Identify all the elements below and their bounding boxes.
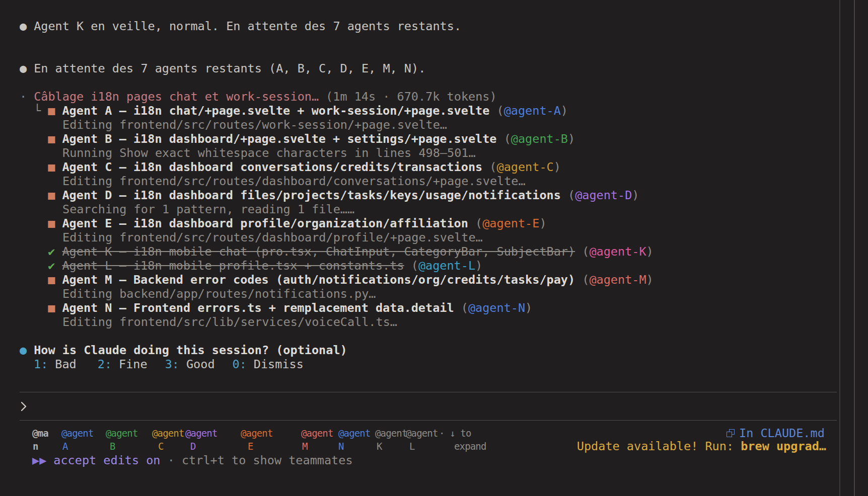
mention-chip-agent-k[interactable]: @agentK — [375, 427, 407, 453]
bullet-icon: ● — [20, 19, 27, 33]
task-title: Câblage i18n pages chat et work-session… — [34, 90, 319, 104]
agent-mention[interactable]: @agent-B — [511, 132, 568, 146]
claude-md-indicator[interactable]: In CLAUDE.md — [727, 427, 825, 440]
bullet-icon: ● — [20, 343, 27, 357]
mention-chip-agent-l[interactable]: @agentL — [406, 427, 438, 453]
feedback-option-bad[interactable]: 1:Bad — [34, 357, 77, 371]
mention-chip-agent-c[interactable]: @agentC — [152, 427, 184, 453]
prompt-chevron-icon — [20, 400, 28, 412]
chip-text: @agent — [106, 427, 138, 440]
agent-mention[interactable]: @agent-M — [589, 273, 646, 287]
paren-open: ( — [468, 216, 482, 230]
spinner-dot-icon: · — [20, 90, 27, 104]
task-meta: (1m 14s · 670.7k tokens) — [326, 90, 497, 104]
option-label: Dismiss — [254, 357, 304, 371]
chip-text: @agent — [406, 427, 438, 440]
expand-hint[interactable]: · ↓ toexpand — [439, 427, 486, 453]
option-key: 1: — [34, 357, 48, 371]
tree-branch-icon — [34, 188, 48, 202]
option-label: Good — [186, 357, 215, 371]
status-bar: @man @agentA @agentB @agentC @agentD @ag… — [0, 427, 868, 496]
mention-chip-agent-b[interactable]: @agentB — [106, 427, 138, 453]
option-key: 3: — [165, 357, 179, 371]
agent-title: Agent N — Frontend errors.ts + remplacem… — [62, 301, 454, 315]
chip-letter: K — [375, 440, 407, 453]
mention-chip-agent-e[interactable]: @agentE — [241, 427, 273, 453]
terminal-output: ●Agent K en veille, normal. En attente d… — [0, 0, 839, 421]
agent-row: └ ■Agent A — i18n chat/+page.svelte + wo… — [20, 104, 837, 118]
tree-branch-icon — [34, 132, 48, 146]
prompt-input[interactable] — [20, 392, 837, 421]
option-key: 2: — [98, 357, 112, 371]
feedback-option-dismiss[interactable]: 0:Dismiss — [233, 357, 304, 371]
agent-title: Agent K — i18n mobile chat (pro.tsx, Cha… — [62, 244, 575, 259]
mention-chip-agent-a[interactable]: @agentA — [61, 427, 94, 453]
chip-letter: N — [338, 440, 371, 453]
agent-status-square-icon: ■ — [48, 132, 55, 146]
agent-activity: Editing frontend/src/routes/dashboard/co… — [20, 174, 837, 188]
agent-title: Agent L — i18n mobile profile.tsx + cons… — [62, 259, 404, 273]
agent-row: ■Agent D — i18n dashboard files/projects… — [20, 188, 837, 202]
agent-mention[interactable]: @agent-L — [418, 259, 475, 273]
agent-title: Agent E — i18n dashboard profile/organiz… — [62, 216, 468, 230]
agent-mention[interactable]: @agent-K — [589, 244, 646, 259]
paren-open: ( — [575, 244, 589, 259]
claude-md-label: In CLAUDE.md — [739, 427, 825, 440]
tree-branch-icon — [34, 160, 48, 174]
chip-letter: B — [106, 440, 138, 453]
agent-mention[interactable]: @agent-A — [504, 104, 561, 118]
update-notice[interactable]: Update available! Run: brew upgrad… — [577, 440, 826, 453]
agent-row: ■Agent B — i18n dashboard/+page.svelte +… — [20, 132, 837, 146]
feedback-question-text: How is Claude doing this session? (optio… — [34, 343, 347, 357]
tree-branch-icon — [34, 273, 48, 287]
feedback-option-fine[interactable]: 2:Fine — [98, 357, 148, 371]
agent-status-square-icon: ■ — [48, 273, 55, 287]
chip-text: @agent — [152, 427, 184, 440]
chip-text: @agent — [185, 427, 218, 440]
mention-chip-agent-n[interactable]: @agentN — [338, 427, 371, 453]
tree-branch-icon — [34, 244, 48, 259]
tree-branch-icon: └ — [34, 104, 48, 118]
chip-text: @agent — [338, 427, 371, 440]
chip-letter: M — [301, 440, 333, 453]
agent-row: ■Agent E — i18n dashboard profile/organi… — [20, 216, 837, 230]
mention-chip-main[interactable]: @man — [32, 427, 48, 453]
agent-status-square-icon: ■ — [48, 160, 55, 174]
agent-title: Agent D — i18n dashboard files/projects/… — [62, 188, 560, 202]
agent-mention[interactable]: @agent-D — [575, 188, 632, 202]
accept-edits-toggle[interactable]: accept edits on — [53, 453, 160, 467]
paren-close: ) — [568, 132, 575, 146]
agent-activity: Editing frontend/src/routes/dashboard/pr… — [20, 230, 837, 244]
agent-title: Agent B — i18n dashboard/+page.svelte + … — [62, 132, 496, 146]
message-text: En attente des 7 agents restants (A, B, … — [34, 61, 425, 75]
agent-mention[interactable]: @agent-N — [468, 301, 525, 315]
agent-title: Agent C — i18n dashboard conversations/c… — [62, 160, 482, 174]
mention-chip-agent-m[interactable]: @agentM — [301, 427, 333, 453]
feedback-question: ●How is Claude doing this session? (opti… — [20, 343, 837, 357]
paren-close: ) — [539, 216, 546, 230]
agent-mention[interactable]: @agent-E — [482, 216, 539, 230]
memory-file-icon — [727, 429, 735, 437]
mention-chip-agent-d[interactable]: @agentD — [185, 427, 218, 453]
agent-status-square-icon: ■ — [48, 216, 55, 230]
update-text: Update available! Run: — [577, 439, 741, 453]
feedback-option-good[interactable]: 3:Good — [165, 357, 215, 371]
paren-open: ( — [561, 188, 575, 202]
task-header: ·Câblage i18n pages chat et work-session… — [20, 90, 837, 104]
chip-text: @ma — [32, 427, 48, 440]
chip-text: @agent — [375, 427, 407, 440]
tree-branch-icon — [34, 301, 48, 315]
feedback-options: 1:Bad2:Fine3:Good0:Dismiss — [20, 357, 837, 371]
agent-row: ■Agent N — Frontend errors.ts + remplace… — [20, 301, 837, 315]
agent-activity: Running Show exact whitespace characters… — [20, 146, 837, 160]
paren-close: ) — [632, 188, 639, 202]
agent-row-done: ✔Agent L — i18n mobile profile.tsx + con… — [20, 259, 837, 273]
agent-activity: Searching for 1 pattern, reading 1 file…… — [20, 202, 837, 216]
agent-activity: Editing frontend/src/routes/work-session… — [20, 118, 837, 132]
agent-title: Agent M — Backend error codes (auth/noti… — [62, 273, 575, 287]
agent-mention[interactable]: @agent-C — [497, 160, 554, 174]
agent-title: Agent A — i18n chat/+page.svelte + work-… — [62, 104, 489, 118]
option-label: Bad — [55, 357, 76, 371]
agent-activity: Editing backend/app/routes/notifications… — [20, 287, 837, 301]
paren-open: ( — [454, 301, 468, 315]
